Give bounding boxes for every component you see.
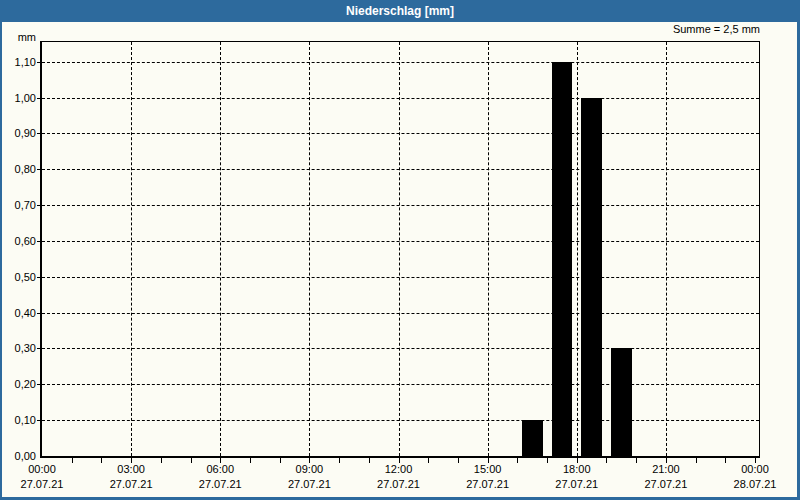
x-axis-date-label: 27.07.21: [99, 478, 163, 490]
y-tick-label: 0,10: [0, 414, 36, 426]
x-axis-date-label: 27.07.21: [545, 478, 609, 490]
x-axis-date-label: 27.07.21: [634, 478, 698, 490]
y-tick-label: 0,50: [0, 271, 36, 283]
y-tick-mark: [37, 62, 42, 63]
horizontal-gridline: [42, 133, 759, 134]
x-axis-time-label: 00:00: [723, 463, 787, 475]
precipitation-bar: [611, 348, 632, 456]
horizontal-gridline: [42, 277, 759, 278]
plot-area: [40, 41, 760, 458]
y-tick-label: 1,00: [0, 92, 36, 104]
horizontal-gridline: [42, 62, 759, 63]
vertical-gridline: [131, 42, 132, 456]
x-axis-date-label: 27.07.21: [456, 478, 520, 490]
y-tick-label: 0,40: [0, 307, 36, 319]
vertical-gridline: [666, 42, 667, 456]
y-tick-mark: [37, 348, 42, 349]
x-axis-time-label: 03:00: [99, 463, 163, 475]
y-tick-label: 0,70: [0, 199, 36, 211]
y-tick-mark: [37, 205, 42, 206]
x-axis-date-label: 27.07.21: [277, 478, 341, 490]
precipitation-bar: [522, 420, 543, 456]
y-tick-label: 0,80: [0, 163, 36, 175]
vertical-gridline: [399, 42, 400, 456]
vertical-gridline: [488, 42, 489, 456]
x-axis-time-label: 00:00: [10, 463, 74, 475]
chart-window: Niederschlag [mm] Summe = 2,5 mm mm 0,00…: [0, 0, 800, 500]
horizontal-gridline: [42, 169, 759, 170]
horizontal-gridline: [42, 420, 759, 421]
x-axis-time-label: 09:00: [277, 463, 341, 475]
y-tick-mark: [37, 313, 42, 314]
x-axis-time-label: 21:00: [634, 463, 698, 475]
y-tick-label: 0,90: [0, 127, 36, 139]
y-tick-label: 1,10: [0, 56, 36, 68]
x-axis-time-label: 18:00: [545, 463, 609, 475]
horizontal-gridline: [42, 348, 759, 349]
y-tick-mark: [37, 277, 42, 278]
chart-title: Niederschlag [mm]: [346, 4, 454, 18]
x-axis-time-label: 15:00: [456, 463, 520, 475]
horizontal-gridline: [42, 384, 759, 385]
x-axis-date-label: 27.07.21: [367, 478, 431, 490]
x-axis-date-label: 27.07.21: [10, 478, 74, 490]
title-bar: Niederschlag [mm]: [0, 0, 800, 21]
y-tick-label: 0,60: [0, 235, 36, 247]
y-tick-label: 0,00: [0, 450, 36, 462]
precipitation-bar: [581, 98, 602, 456]
y-tick-label: 0,30: [0, 342, 36, 354]
sum-annotation: Summe = 2,5 mm: [673, 23, 760, 35]
horizontal-gridline: [42, 241, 759, 242]
vertical-gridline: [220, 42, 221, 456]
y-tick-mark: [37, 133, 42, 134]
y-tick-mark: [37, 169, 42, 170]
y-tick-mark: [37, 420, 42, 421]
vertical-gridline: [577, 42, 578, 456]
y-tick-mark: [37, 241, 42, 242]
precipitation-bar: [552, 62, 573, 456]
y-tick-mark: [37, 384, 42, 385]
x-axis-time-label: 06:00: [188, 463, 252, 475]
vertical-gridline: [309, 42, 310, 456]
y-axis-unit-label: mm: [0, 31, 36, 43]
x-axis-date-label: 27.07.21: [188, 478, 252, 490]
horizontal-gridline: [42, 98, 759, 99]
y-tick-mark: [37, 98, 42, 99]
x-axis-date-label: 28.07.21: [723, 478, 787, 490]
y-tick-label: 0,20: [0, 378, 36, 390]
x-axis-time-label: 12:00: [367, 463, 431, 475]
horizontal-gridline: [42, 313, 759, 314]
horizontal-gridline: [42, 205, 759, 206]
